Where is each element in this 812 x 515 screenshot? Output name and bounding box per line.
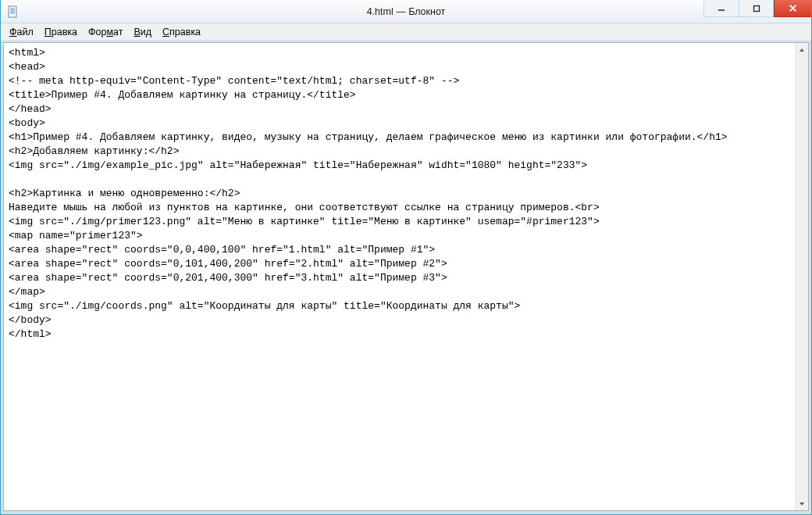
minimize-button[interactable] [703,0,739,17]
maximize-button[interactable] [739,0,774,17]
scroll-down-button[interactable] [796,497,808,510]
vertical-scrollbar[interactable] [795,43,808,510]
window-title: 4.html — Блокнот [1,6,811,17]
window-titlebar: 4.html — Блокнот [1,0,811,23]
svg-rect-6 [753,5,759,11]
editor-textarea[interactable]: <html> <head> <!-- meta http-equiv="Cont… [4,43,794,510]
scroll-up-button[interactable] [796,43,808,56]
scroll-track[interactable] [796,56,808,497]
menu-format[interactable]: Формат [83,25,128,39]
menu-bar: Файл Правка Формат Вид Справка [1,23,811,41]
menu-file[interactable]: Файл [4,25,39,39]
menu-help[interactable]: Справка [157,25,206,39]
editor-frame: <html> <head> <!-- meta http-equiv="Cont… [3,42,809,511]
menu-edit[interactable]: Правка [39,25,83,39]
close-button[interactable] [774,0,811,17]
window-controls [703,0,811,23]
svg-marker-10 [800,502,804,506]
svg-marker-9 [800,48,804,52]
menu-view[interactable]: Вид [128,25,157,39]
app-icon [7,5,20,18]
